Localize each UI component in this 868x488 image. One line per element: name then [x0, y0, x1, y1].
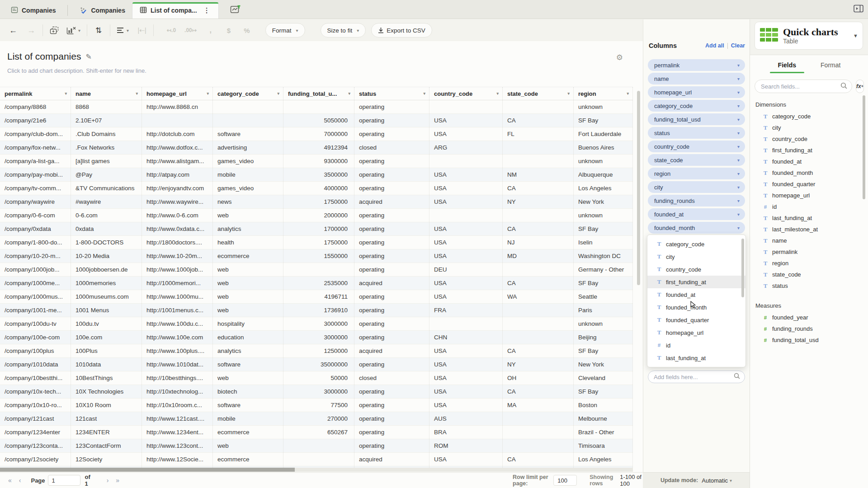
- chevron-down-icon[interactable]: ▾: [737, 171, 740, 176]
- table-cell[interactable]: ecommerce: [213, 453, 283, 466]
- table-cell[interactable]: http://www.100plus....: [142, 344, 213, 357]
- table-cell[interactable]: 2535000: [283, 277, 354, 290]
- table-cell[interactable]: web: [213, 263, 283, 276]
- table-cell[interactable]: [503, 426, 574, 439]
- table-cell[interactable]: http://www.100e.com: [142, 331, 213, 344]
- column-chip[interactable]: status ▾: [648, 127, 745, 139]
- table-cell[interactable]: [a]list games: [71, 155, 142, 168]
- table-cell[interactable]: USA: [429, 127, 503, 141]
- table-cell[interactable]: /company/8868: [0, 100, 71, 113]
- table-cell[interactable]: 10BestThings: [71, 371, 142, 385]
- table-cell[interactable]: acquired: [354, 344, 429, 357]
- table-cell[interactable]: /company/0xdata: [0, 222, 71, 235]
- table-cell[interactable]: MA: [503, 399, 574, 412]
- table-cell[interactable]: [503, 100, 574, 113]
- table-cell[interactable]: 3500000: [283, 168, 354, 181]
- table-cell[interactable]: 1001 Menus: [71, 304, 142, 317]
- table-cell[interactable]: Iselin: [574, 236, 633, 249]
- chevron-down-icon[interactable]: ▾: [737, 225, 740, 230]
- table-row[interactable]: /company/10x10-ro...10X10 Roomhttp://10x…: [0, 399, 633, 412]
- table-cell[interactable]: USA: [429, 290, 503, 303]
- page-input[interactable]: [48, 475, 80, 486]
- table-cell[interactable]: 1550000: [283, 249, 354, 263]
- chevron-down-icon[interactable]: ▾: [737, 158, 740, 163]
- edit-title-icon[interactable]: ✎: [85, 52, 91, 61]
- table-cell[interactable]: operating: [354, 168, 429, 181]
- table-cell[interactable]: http://10xtechnolog...: [142, 385, 213, 398]
- table-cell[interactable]: CA: [503, 182, 574, 195]
- chevron-down-icon[interactable]: ▾: [737, 76, 740, 81]
- table-cell[interactable]: [429, 100, 503, 113]
- table-cell[interactable]: [283, 439, 354, 452]
- table-cell[interactable]: biotech: [213, 385, 283, 398]
- table-cell[interactable]: DEU: [429, 263, 503, 276]
- column-chip[interactable]: funding_rounds ▾: [648, 195, 745, 206]
- table-cell[interactable]: 4000000: [283, 182, 354, 195]
- table-cell[interactable]: /company/fox-netw...: [0, 141, 71, 154]
- table-cell[interactable]: CA: [503, 385, 574, 398]
- measure-item[interactable]: # funding_total_usd: [750, 334, 868, 346]
- table-cell[interactable]: [503, 439, 574, 452]
- table-cell[interactable]: http://1001menus.c...: [142, 304, 213, 317]
- align-button[interactable]: ▾: [115, 23, 131, 38]
- table-row[interactable]: /company/1-800-do...1-800-DOCTORShttp://…: [0, 236, 633, 249]
- table-cell[interactable]: software: [213, 399, 283, 412]
- table-cell[interactable]: New York: [574, 358, 633, 371]
- table-cell[interactable]: [503, 331, 574, 344]
- table-cell[interactable]: Los Angeles: [574, 453, 633, 466]
- table-cell[interactable]: 1000memories: [71, 277, 142, 290]
- table-cell[interactable]: Albuquerque: [574, 168, 633, 181]
- table-cell[interactable]: http://dotclub.com: [142, 127, 213, 141]
- table-cell[interactable]: USA: [429, 453, 503, 466]
- table-cell[interactable]: 1234ENTER: [71, 426, 142, 439]
- redo-button[interactable]: →: [24, 23, 38, 38]
- table-cell[interactable]: USA: [429, 277, 503, 290]
- table-cell[interactable]: 4196711: [283, 290, 354, 303]
- tab-companies-form[interactable]: Companies: [4, 2, 63, 19]
- currency-format-button[interactable]: $: [222, 23, 236, 38]
- table-cell[interactable]: health: [213, 236, 283, 249]
- export-csv-button[interactable]: Export to CSV: [371, 23, 432, 38]
- table-row[interactable]: /company/123conta...123ContactFormhttp:/…: [0, 439, 633, 453]
- column-chip[interactable]: region ▾: [648, 168, 745, 179]
- table-cell[interactable]: http://1800doctors....: [142, 236, 213, 249]
- column-chip[interactable]: funding_total_usd ▾: [648, 113, 745, 125]
- first-page-button[interactable]: «: [5, 477, 15, 484]
- table-cell[interactable]: unknown: [574, 209, 633, 222]
- table-row[interactable]: /company/21e62.10E+075050000operatingUSA…: [0, 114, 633, 127]
- chevron-down-icon[interactable]: ▾: [737, 63, 740, 68]
- table-cell[interactable]: WA: [503, 290, 574, 303]
- column-chip[interactable]: founded_at ▾: [648, 208, 745, 220]
- table-cell[interactable]: operating: [354, 100, 429, 113]
- table-cell[interactable]: http://atpay.com: [142, 168, 213, 181]
- table-cell[interactable]: /company/100plus: [0, 344, 71, 357]
- table-cell[interactable]: SF Bay: [574, 114, 633, 127]
- field-picker-item[interactable]: T founded_at: [647, 288, 745, 301]
- table-cell[interactable]: http://www.dotfox.c...: [142, 141, 213, 154]
- table-cell[interactable]: operating: [354, 114, 429, 127]
- dimension-item[interactable]: T last_milestone_at: [750, 224, 868, 235]
- add-all-link[interactable]: Add all: [705, 42, 724, 49]
- table-cell[interactable]: 100du.tv: [71, 317, 142, 330]
- table-cell[interactable]: http://www.0xdata.c...: [142, 222, 213, 235]
- table-cell[interactable]: 77500: [283, 399, 354, 412]
- table-cell[interactable]: 10X Technologies: [71, 385, 142, 398]
- table-cell[interactable]: USA: [429, 114, 503, 127]
- search-fields-input[interactable]: [761, 83, 840, 90]
- table-cell[interactable]: 1000museums.com: [71, 290, 142, 303]
- table-cell[interactable]: [142, 114, 213, 127]
- table-cell[interactable]: 3000000: [283, 385, 354, 398]
- dimension-item[interactable]: T founded_quarter: [750, 178, 868, 190]
- table-cell[interactable]: operating: [354, 331, 429, 344]
- table-cell[interactable]: operating: [354, 249, 429, 263]
- column-chip[interactable]: permalink ▾: [648, 59, 745, 71]
- table-cell[interactable]: operating: [354, 385, 429, 398]
- table-cell[interactable]: [503, 155, 574, 168]
- table-cell[interactable]: Cleveland: [574, 371, 633, 385]
- table-cell[interactable]: 5050000: [283, 114, 354, 127]
- table-cell[interactable]: Melbourne: [574, 412, 633, 425]
- table-cell[interactable]: MD: [503, 249, 574, 263]
- table-cell[interactable]: /company/12society: [0, 453, 71, 466]
- table-row[interactable]: /company/1010data1010datahttp://www.1010…: [0, 358, 633, 371]
- table-cell[interactable]: mobile: [213, 412, 283, 425]
